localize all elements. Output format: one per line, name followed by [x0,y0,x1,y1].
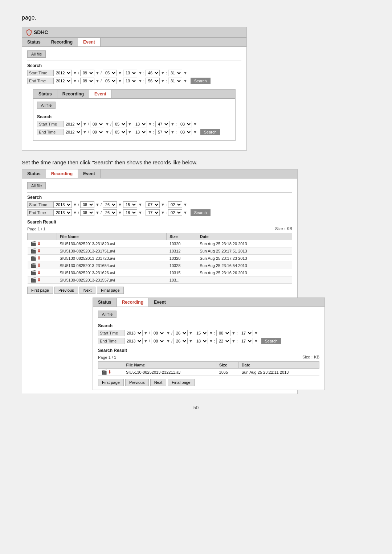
end-min-1[interactable]: 56 [146,78,160,84]
next-4[interactable]: Next [150,379,167,386]
start-time-label-3: Start Time [27,201,53,208]
search-button-3[interactable]: Search [191,209,211,216]
end-hour-4[interactable]: 18 [194,338,208,344]
tab-event-3[interactable]: Event [78,169,101,178]
start-hour-2[interactable]: 13 [133,121,147,127]
logo-text: SDHC [34,29,48,35]
tab-recording-4[interactable]: Recording [117,298,149,307]
tab-recording-2[interactable]: Recording [57,90,89,98]
start-min-3[interactable]: 07 [146,201,160,208]
start-year-3[interactable]: 2013 [53,201,72,208]
start-year-1[interactable]: 2012 [53,70,72,76]
search-button-4[interactable]: Search [261,338,281,344]
start-min-1[interactable]: 46 [146,70,160,76]
end-hour-2[interactable]: 13 [133,129,147,135]
tab-event-1[interactable]: Event [78,38,101,46]
end-sec-2[interactable]: 03 [178,129,192,135]
end-year-3[interactable]: 2013 [53,209,72,216]
row-icons[interactable]: 🎬 ⬇ [28,247,57,255]
final-page-4[interactable]: Final page [168,379,194,386]
previous-3[interactable]: Previous [54,287,78,294]
start-hour-1[interactable]: 13 [123,70,137,76]
search-result-header-4: Search Result [98,348,319,353]
next-3[interactable]: Next [79,287,96,294]
end-day-4[interactable]: 26 [173,338,188,344]
start-min-4[interactable]: 00 [216,330,230,336]
search-result-label-4: Search Result [98,348,127,353]
row-date [197,276,292,284]
start-hour-3[interactable]: 15 [123,201,137,208]
end-hour-1[interactable]: 13 [123,78,137,84]
tab-event-2[interactable]: Event [89,90,112,98]
end-sec-4[interactable]: 17 [239,338,253,344]
end-year-1[interactable]: 2012 [53,78,72,84]
start-day-4[interactable]: 26 [173,330,188,336]
start-hour-4[interactable]: 15 [194,330,208,336]
end-sec-3[interactable]: 02 [168,209,182,216]
end-month-3[interactable]: 08 [80,209,94,216]
tab-recording-1[interactable]: Recording [46,38,78,46]
end-min-3[interactable]: 17 [146,209,160,216]
start-month-1[interactable]: 09 [80,70,94,76]
all-file-btn-2[interactable]: All file [37,102,56,109]
tab-status-1[interactable]: Status [22,38,46,46]
end-sec-1[interactable]: 31 [168,78,182,84]
start-min-2[interactable]: 47 [155,121,170,127]
final-page-3[interactable]: Final page [97,287,123,294]
row-icons[interactable]: 🎬 ⬇ [28,262,57,269]
all-file-btn-1[interactable]: All file [27,50,46,58]
start-year-2[interactable]: 2012 [63,121,82,127]
end-min-4[interactable]: 22 [216,338,230,344]
start-day-3[interactable]: 26 [103,201,117,208]
start-month-2[interactable]: 09 [90,121,104,127]
row-size: 10315 [167,269,197,276]
tab-recording-3[interactable]: Recording [46,169,78,178]
row-icons[interactable]: 🎬 ⬇ [28,240,57,247]
end-month-1[interactable]: 09 [80,78,94,84]
row-icons[interactable]: 🎬 ⬇ [28,255,57,262]
row-icons[interactable]: 🎬 ⬇ [28,269,57,276]
end-min-2[interactable]: 57 [155,129,170,135]
first-page-3[interactable]: First page [27,287,53,294]
end-day-3[interactable]: 26 [103,209,117,216]
row-filename: SIU5130-08252013-231626.avi [57,269,167,276]
start-sec-3[interactable]: 02 [168,201,182,208]
end-hour-3[interactable]: 18 [123,209,137,216]
row-icons[interactable]: 🎬 ⬇ [98,369,123,376]
start-day-2[interactable]: 05 [113,121,127,127]
row-date: Sun Aug 25 23:16:54 2013 [197,262,292,269]
tab-status-2[interactable]: Status [33,90,57,98]
start-sec-1[interactable]: 31 [168,70,182,76]
start-month-4[interactable]: 08 [151,330,165,336]
end-day-2[interactable]: 05 [113,129,127,135]
start-time-controls-2: 2012 ▼ / 09 ▼ / 05 ▼ 13 ▼ : 47 ▼ : 03 ▼ [63,121,232,127]
start-sec-2[interactable]: 03 [178,121,192,127]
end-month-2[interactable]: 09 [90,129,104,135]
end-time-controls-3: 2013 ▼ / 08 ▼ / 26 ▼ 18 ▼ : 17 ▼ : 02 ▼ … [53,209,292,216]
start-year-4[interactable]: 2013 [124,330,143,336]
tab-status-4[interactable]: Status [93,298,117,307]
all-file-btn-3[interactable]: All file [27,182,46,189]
row-size: 10328 [167,262,197,269]
end-month-4[interactable]: 08 [151,338,165,344]
all-file-btn-4[interactable]: All file [98,311,117,318]
search-button-1[interactable]: Search [191,78,211,84]
table-row: 🎬 ⬇ SIU5130-08252013-231723.avi 10328 Su… [28,255,292,262]
end-time-controls-4: 2013 ▼ / 08 ▼ / 26 ▼ 18 ▼ : 22 ▼ : 17 ▼ [124,338,319,344]
pagination-3: First page Previous Next Final page [27,287,292,294]
end-day-1[interactable]: 05 [103,78,117,84]
page-number: 50 [193,405,199,410]
download-icon: ⬇ [37,277,41,283]
end-year-4[interactable]: 2013 [124,338,143,344]
start-month-3[interactable]: 08 [80,201,94,208]
start-day-1[interactable]: 05 [103,70,117,76]
search-button-2[interactable]: Search [200,129,220,135]
start-sec-4[interactable]: 17 [239,330,253,336]
row-icons[interactable]: 🎬 ⬇ [28,276,57,284]
tab-status-3[interactable]: Status [22,169,46,178]
end-year-2[interactable]: 2012 [63,129,82,135]
first-page-4[interactable]: First page [98,379,124,386]
search-result-4: Search Result Page 1 / 1 Size：KB File Na… [98,348,319,386]
tab-event-4[interactable]: Event [149,298,171,307]
previous-4[interactable]: Previous [125,379,149,386]
